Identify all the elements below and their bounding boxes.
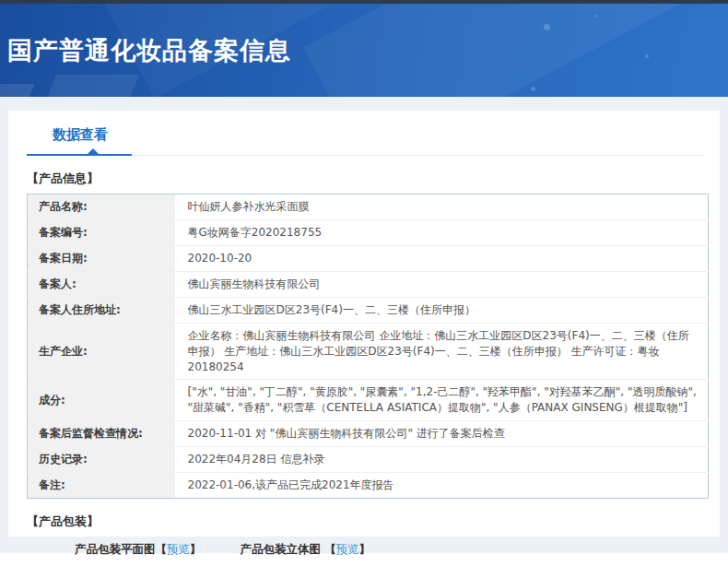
table-row: 生产企业: 企业名称：佛山宾丽生物科技有限公司 企业地址：佛山三水工业园区D区2… [28, 324, 709, 380]
product-info-section-title: 【产品信息】 [27, 171, 720, 187]
row-value: 2022-01-06,该产品已完成2021年度报告 [175, 472, 709, 498]
table-row: 备案人住所地址: 佛山三水工业园区D区23号(F4)一、二、三楼（住所申报） [28, 298, 709, 324]
table-row: 备案日期: 2020-10-20 [28, 246, 709, 272]
table-row: 备注: 2022-01-06,该产品已完成2021年度报告 [28, 472, 709, 498]
banner-decoration [0, 84, 35, 97]
banner-decoration [45, 75, 139, 97]
packaging-3d-preview-link[interactable]: 预览 [336, 542, 359, 556]
tab-active-arrow-icon [87, 148, 100, 155]
row-value: ["水", "甘油", "丁二醇", "黄原胶", "尿囊素", "1,2-己二… [175, 380, 709, 421]
tab-active-indicator [27, 154, 132, 156]
tab-data-view[interactable]: 数据查看 [53, 126, 108, 155]
packaging-flat-label-close: 】 [190, 542, 202, 556]
row-value: 佛山宾丽生物科技有限公司 [175, 272, 709, 298]
packaging-flat-preview-link[interactable]: 预览 [167, 542, 190, 556]
row-label: 产品名称: [28, 195, 175, 220]
banner-decoration [531, 87, 535, 91]
table-row: 产品名称: 叶仙妍人参补水光采面膜 [28, 195, 709, 220]
row-value: 叶仙妍人参补水光采面膜 [175, 195, 709, 220]
row-value: 企业名称：佛山宾丽生物科技有限公司 企业地址：佛山三水工业园区D区23号(F4)… [175, 324, 709, 380]
row-label: 备注: [28, 472, 175, 498]
table-row: 历史记录: 2022年04月28日 信息补录 [28, 446, 709, 472]
row-value: 2020-10-20 [175, 246, 709, 272]
page-title: 国产普通化妆品备案信息 [0, 4, 728, 67]
row-value: 佛山三水工业园区D区23号(F4)一、二、三楼（住所申报） [175, 298, 709, 324]
packaging-3d-label: 产品包装立体图 【 [240, 542, 335, 556]
row-label: 备案编号: [28, 220, 175, 246]
row-label: 成分: [28, 380, 175, 421]
row-value: 2022年04月28日 信息补录 [175, 446, 709, 472]
table-row: 备案人: 佛山宾丽生物科技有限公司 [28, 272, 709, 298]
packaging-flat-label: 产品包装平面图【 [75, 542, 167, 556]
page-banner: 国产普通化妆品备案信息 [0, 4, 728, 97]
content-band: 数据查看 【产品信息】 产品名称: 叶仙妍人参补水光采面膜 备案编号: 粤G妆网… [0, 97, 728, 553]
table-row: 成分: ["水", "甘油", "丁二醇", "黄原胶", "尿囊素", "1,… [28, 380, 709, 421]
table-row: 备案后监督检查情况: 2020-11-01 对 "佛山宾丽生物科技有限公司" 进… [28, 420, 709, 446]
product-info-table: 产品名称: 叶仙妍人参补水光采面膜 备案编号: 粤G妆网备字2020218755… [27, 194, 709, 499]
tab-underline [27, 155, 705, 156]
row-label: 备案后监督检查情况: [28, 420, 175, 446]
row-value: 2020-11-01 对 "佛山宾丽生物科技有限公司" 进行了备案后检查 [175, 420, 709, 446]
row-label: 生产企业: [28, 324, 175, 380]
table-row: 备案编号: 粤G妆网备字2020218755 [28, 220, 709, 246]
content-card: 数据查看 【产品信息】 产品名称: 叶仙妍人参补水光采面膜 备案编号: 粤G妆网… [7, 110, 721, 537]
row-value: 粤G妆网备字2020218755 [175, 220, 709, 246]
tab-bar: 数据查看 [8, 111, 720, 156]
row-label: 备案日期: [28, 246, 175, 272]
packaging-3d-label-close: 】 [359, 542, 371, 556]
packaging-3d-item: 产品包装立体图 【预览】 [240, 542, 370, 556]
row-label: 备案人: [28, 272, 175, 298]
row-label: 备案人住所地址: [28, 298, 175, 324]
packaging-flat-item: 产品包装平面图【预览】 [75, 542, 202, 556]
row-label: 历史记录: [28, 446, 175, 472]
packaging-section-title: 【产品包装】 [27, 513, 720, 530]
